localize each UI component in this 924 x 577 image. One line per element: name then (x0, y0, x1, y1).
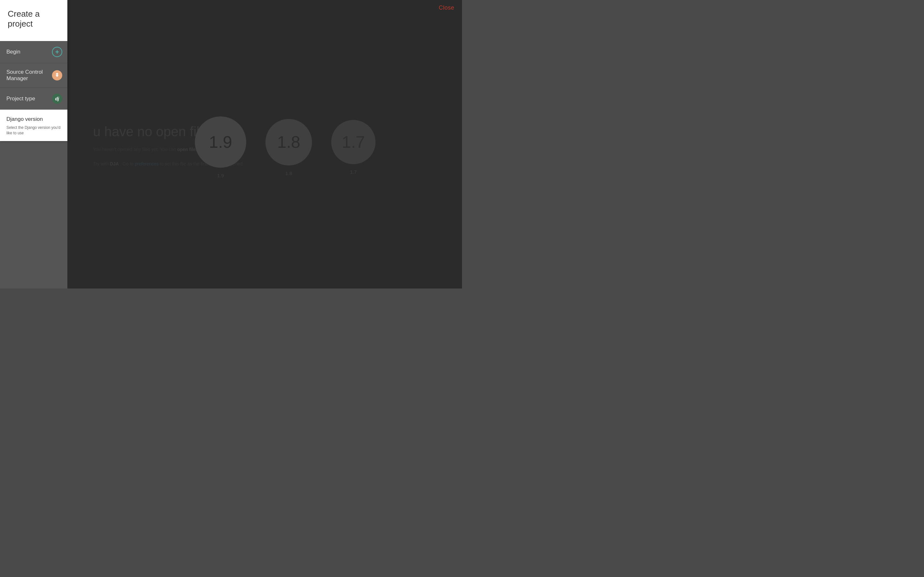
django-icon: dj (52, 93, 62, 104)
step-begin[interactable]: Begin + (0, 41, 67, 63)
overlay (67, 0, 462, 288)
active-step-title: Django version (6, 116, 61, 122)
active-step: Django version Select the Django version… (0, 110, 67, 141)
begin-icon: + (52, 47, 62, 57)
steps-list: Begin + Source Control Manager Project t… (0, 41, 67, 110)
active-step-desc: Select the Django version you'd like to … (6, 125, 61, 136)
close-button[interactable]: Close (439, 5, 454, 11)
step-project-type[interactable]: Project type dj (0, 88, 67, 110)
scm-icon (52, 70, 62, 81)
step-scm-label: Source Control Manager (6, 69, 52, 82)
dropdown-pointer (9, 37, 18, 41)
step-scm[interactable]: Source Control Manager (0, 63, 67, 88)
dropdown-panel: Create a project Begin + Source Control … (0, 0, 67, 141)
step-begin-label: Begin (6, 49, 20, 55)
step-project-type-label: Project type (6, 95, 35, 102)
panel-title: Create a project (0, 0, 67, 37)
